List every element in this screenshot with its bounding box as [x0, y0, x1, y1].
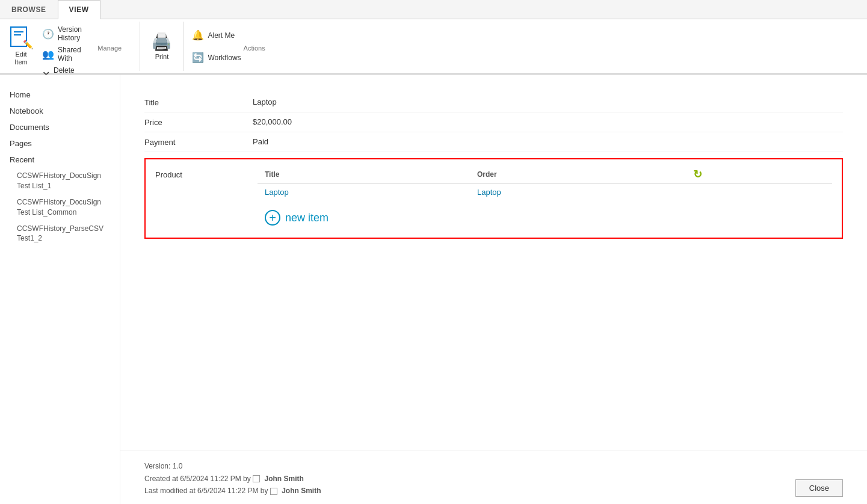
ribbon-tabs: BROWSE VIEW [0, 0, 867, 19]
alert-me-label: Alert Me [208, 31, 235, 40]
print-label: Print [155, 53, 169, 61]
new-item-label: new item [285, 212, 329, 224]
field-label-price: Price [144, 117, 253, 127]
product-title-link[interactable]: Laptop [265, 188, 289, 197]
refresh-icon[interactable]: ↻ [693, 168, 702, 180]
modified-checkbox [270, 488, 277, 495]
print-group: 🖨️ Print [140, 22, 184, 71]
version-text: Version: 1.0 [144, 460, 321, 472]
modified-by: John Smith [282, 487, 321, 495]
modified-text: Last modified at 6/5/2024 11:22 PM by Jo… [144, 485, 321, 497]
field-value-title: Laptop [253, 97, 277, 106]
sidebar-item-notebook[interactable]: Notebook [10, 103, 110, 119]
main-layout: Home Notebook Documents Pages Recent CCS… [0, 75, 867, 504]
created-checkbox [253, 475, 260, 482]
sidebar-item-pages[interactable]: Pages [10, 135, 110, 152]
print-icon: 🖨️ [151, 32, 172, 52]
col-header-refresh[interactable]: ↻ [682, 165, 832, 184]
ribbon: BROWSE VIEW ✏️ Edit Item 🕐 Ver [0, 0, 867, 75]
footer-info: Version: 1.0 Created at 6/5/2024 11:22 P… [144, 460, 321, 497]
product-field-label: Product [155, 165, 258, 179]
field-label-payment: Payment [144, 137, 253, 147]
actions-group: 🔔 Alert Me 🔄 Workflows Actions [184, 22, 271, 71]
field-row-payment: Payment Paid [144, 132, 843, 152]
version-history-label: Version History [58, 25, 83, 42]
product-section: Product Title Order ↻ La [144, 158, 843, 239]
field-value-payment: Paid [253, 137, 268, 146]
footer-area: Version: 1.0 Created at 6/5/2024 11:22 P… [120, 450, 867, 504]
product-order-link[interactable]: Laptop [477, 188, 501, 197]
workflows-icon: 🔄 [192, 52, 204, 63]
plus-circle-icon: + [265, 210, 280, 226]
content-area: Title Laptop Price $20,000.00 Payment Pa… [120, 75, 867, 504]
col-header-title: Title [258, 165, 470, 184]
version-history-icon: 🕐 [42, 28, 54, 40]
workflows-label: Workflows [208, 54, 241, 62]
workflows-button[interactable]: 🔄 Workflows [190, 51, 243, 64]
product-table-area: Title Order ↻ Laptop Laptop [258, 165, 832, 228]
shared-with-button[interactable]: 👥 Shared With [40, 45, 85, 64]
edit-item-label: Edit Item [14, 51, 27, 66]
sidebar-item-recent[interactable]: Recent [10, 152, 110, 168]
shared-with-icon: 👥 [42, 49, 54, 60]
edit-item-icon: ✏️ [10, 26, 32, 48]
table-row: Laptop Laptop [258, 184, 832, 201]
sidebar-item-home[interactable]: Home [10, 87, 110, 103]
field-label-title: Title [144, 97, 253, 107]
close-button[interactable]: Close [795, 479, 843, 497]
sidebar: Home Notebook Documents Pages Recent CCS… [0, 75, 120, 504]
field-row-title: Title Laptop [144, 93, 843, 112]
ribbon-bar: ✏️ Edit Item 🕐 Version History 👥 Shared … [0, 19, 867, 74]
manage-group: ✏️ Edit Item 🕐 Version History 👥 Shared … [0, 22, 140, 71]
sidebar-item-list1[interactable]: CCSWFHistory_DocuSign Test List_1 [10, 168, 110, 194]
cell-order[interactable]: Laptop [470, 184, 682, 201]
created-text: Created at 6/5/2024 11:22 PM by John Smi… [144, 473, 321, 485]
shared-with-label: Shared With [58, 46, 83, 63]
created-by: John Smith [264, 475, 303, 483]
col-header-order: Order [470, 165, 682, 184]
pencil-icon: ✏️ [23, 40, 33, 49]
cell-title[interactable]: Laptop [258, 184, 470, 201]
new-item-button[interactable]: + new item [258, 207, 832, 228]
alert-me-button[interactable]: 🔔 Alert Me [190, 28, 243, 42]
alert-icon: 🔔 [192, 29, 204, 41]
product-table: Title Order ↻ Laptop Laptop [258, 165, 832, 200]
field-value-price: $20,000.00 [253, 117, 292, 126]
sidebar-item-list2[interactable]: CCSWFHistory_ParseCSV Test1_2 [10, 221, 110, 247]
tab-browse[interactable]: BROWSE [0, 0, 58, 19]
manage-group-label: Manage [85, 43, 134, 52]
actions-group-label: Actions [244, 43, 265, 52]
tab-view[interactable]: VIEW [58, 0, 100, 19]
print-button[interactable]: 🖨️ Print [146, 29, 177, 63]
sidebar-item-documents[interactable]: Documents [10, 119, 110, 135]
cell-empty [682, 184, 832, 201]
version-history-button[interactable]: 🕐 Version History [40, 24, 85, 43]
field-row-price: Price $20,000.00 [144, 112, 843, 132]
sidebar-item-list-common[interactable]: CCSWFHistory_DocuSign Test List_Common [10, 194, 110, 221]
edit-item-button[interactable]: ✏️ Edit Item [6, 24, 36, 69]
